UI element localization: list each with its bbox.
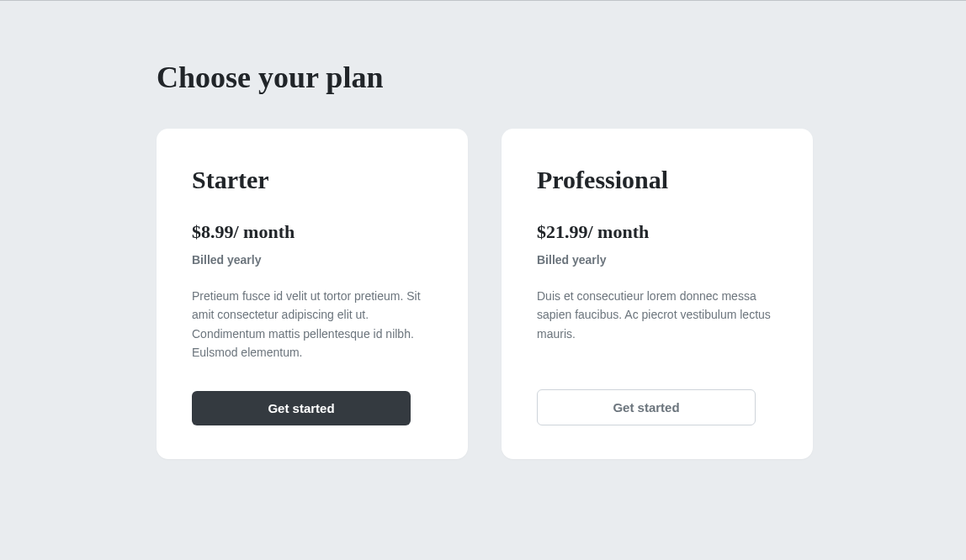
get-started-button-professional[interactable]: Get started — [537, 389, 756, 425]
pricing-container: Choose your plan Starter $8.99/ month Bi… — [157, 60, 813, 459]
plan-name: Starter — [192, 166, 433, 194]
plan-description: Pretieum fusce id velit ut tortor pretie… — [192, 287, 433, 362]
plan-price: $8.99/ month — [192, 221, 433, 243]
plan-card-starter: Starter $8.99/ month Billed yearly Preti… — [157, 129, 468, 459]
plan-price: $21.99/ month — [537, 221, 778, 243]
plan-billing: Billed yearly — [192, 253, 433, 267]
page-title: Choose your plan — [157, 60, 813, 95]
plan-card-professional: Professional $21.99/ month Billed yearly… — [502, 129, 813, 459]
plans-row: Starter $8.99/ month Billed yearly Preti… — [157, 129, 813, 459]
plan-billing: Billed yearly — [537, 253, 778, 267]
plan-name: Professional — [537, 166, 778, 194]
plan-description: Duis et consecutieur lorem donnec messa … — [537, 287, 778, 361]
get-started-button-starter[interactable]: Get started — [192, 391, 411, 425]
